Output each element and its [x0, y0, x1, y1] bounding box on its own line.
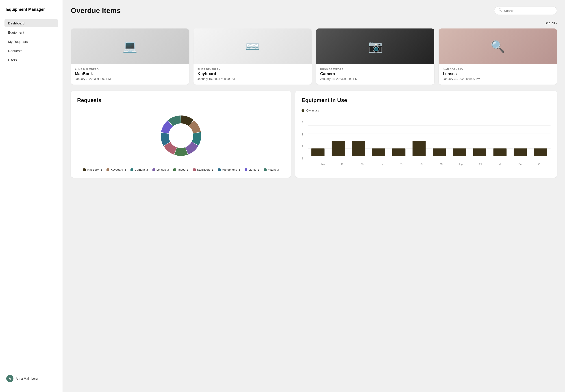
search-bar[interactable]	[494, 6, 557, 15]
card-item-name: Lenses	[443, 71, 553, 76]
y-label: 2	[302, 145, 303, 148]
legend-label: Keyboard	[110, 168, 123, 171]
card-item-name: Keyboard	[197, 71, 308, 76]
bottom-row: Requests MacBook 3 Keyboard 3 Camera 3 L…	[71, 91, 557, 178]
legend-item: Camera 3	[130, 168, 148, 171]
card-image: 💻	[71, 28, 189, 64]
card-image: 📷	[316, 28, 434, 64]
equipment-panel-title: Equipment In Use	[302, 97, 551, 103]
search-input[interactable]	[504, 9, 553, 13]
x-label: Filt...	[472, 163, 492, 166]
legend-label: Lights	[249, 168, 257, 171]
legend-color	[130, 168, 133, 171]
bar	[494, 148, 507, 156]
card-user: ALMA MALMBERG	[75, 68, 185, 71]
donut-segment	[174, 147, 188, 156]
legend-count: 3	[124, 168, 126, 171]
requests-panel: Requests MacBook 3 Keyboard 3 Camera 3 L…	[71, 91, 291, 178]
legend-item: Filters 3	[264, 168, 279, 171]
legend-label: Stabilizers	[197, 168, 210, 171]
card-user: HUGO SAAVEDRA	[320, 68, 430, 71]
card-body: ELISE BEVERLEY Keyboard January 15, 2023…	[193, 64, 312, 84]
see-all-button[interactable]: See all ›	[545, 21, 557, 25]
sidebar-item-users[interactable]: Users	[4, 56, 58, 64]
bar-chart-wrapper: 54321 Ma...Ke...Ca...Le...Tri...St...Mi.…	[302, 116, 551, 166]
bar-chart-inner: Ma...Ke...Ca...Le...Tri...St...Mi...Lig.…	[302, 116, 551, 166]
avatar: A	[6, 375, 14, 382]
legend-item: Keyboard 3	[107, 168, 126, 171]
bar	[433, 148, 446, 156]
y-label: 4	[302, 121, 303, 124]
legend-count: 3	[167, 168, 169, 171]
y-label: 5	[302, 109, 303, 112]
card-image: 🔍	[439, 28, 557, 64]
bar	[352, 141, 365, 156]
main-content: Overdue Items See all › 💻 ALMA MALMBERG …	[63, 0, 565, 392]
bar	[534, 148, 547, 156]
bar	[372, 148, 386, 156]
legend-label: Microphone	[222, 168, 237, 171]
legend-color	[152, 168, 155, 171]
card-item-name: MacBook	[75, 71, 185, 76]
bar	[413, 141, 426, 156]
legend-item: Lenses 3	[152, 168, 169, 171]
card-body: IVAN CORNEJO Lenses January 30, 2023 at …	[439, 64, 557, 84]
legend-label: Tripod	[177, 168, 185, 171]
legend-count: 3	[100, 168, 102, 171]
legend-count: 3	[187, 168, 188, 171]
x-label: Ma...	[314, 163, 334, 166]
page-title: Overdue Items	[71, 6, 121, 15]
legend-color	[218, 168, 220, 171]
legend-item: Tripod 3	[173, 168, 189, 171]
overdue-card[interactable]: 💻 ALMA MALMBERG MacBook January 7, 2023 …	[71, 28, 189, 84]
legend-color	[107, 168, 109, 171]
y-label: 3	[302, 133, 303, 136]
sidebar-item-requests[interactable]: Requests	[4, 47, 58, 55]
card-user: IVAN CORNEJO	[443, 68, 553, 71]
card-image: ⌨️	[193, 28, 312, 64]
overdue-card[interactable]: 🔍 IVAN CORNEJO Lenses January 30, 2023 a…	[439, 28, 557, 84]
legend-color	[173, 168, 176, 171]
legend-count: 3	[239, 168, 240, 171]
legend-item: Microphone 3	[218, 168, 240, 171]
bar	[453, 148, 466, 156]
x-label: Ca...	[531, 163, 551, 166]
legend-color	[193, 168, 196, 171]
sidebar-item-equipment[interactable]: Equipment	[4, 28, 58, 37]
x-label: St...	[413, 163, 432, 166]
overdue-card[interactable]: 📷 HUGO SAAVEDRA Camera January 18, 2023 …	[316, 28, 434, 84]
x-label: Me...	[492, 163, 511, 166]
bar-chart-legend: Qty in use	[302, 109, 551, 112]
overdue-cards: 💻 ALMA MALMBERG MacBook January 7, 2023 …	[71, 28, 557, 84]
search-icon	[498, 8, 502, 13]
legend-count: 3	[146, 168, 148, 171]
card-date: January 15, 2023 at 8:00 PM	[197, 77, 308, 81]
bar	[473, 148, 486, 156]
sidebar-item-dashboard[interactable]: Dashboard	[4, 19, 58, 27]
section-header: See all ›	[71, 21, 557, 25]
overdue-card[interactable]: ⌨️ ELISE BEVERLEY Keyboard January 15, 2…	[193, 28, 312, 84]
svg-line-1	[501, 11, 502, 12]
legend-color	[83, 168, 86, 171]
card-item-name: Camera	[320, 71, 430, 76]
card-date: January 18, 2023 at 8:00 PM	[320, 77, 430, 81]
card-body: HUGO SAAVEDRA Camera January 18, 2023 at…	[316, 64, 434, 84]
x-label: Tri...	[393, 163, 413, 166]
page-header: Overdue Items	[71, 6, 557, 15]
donut-chart	[154, 109, 208, 163]
equipment-panel: Equipment In Use Qty in use 54321 Ma...K…	[295, 91, 557, 178]
legend-color	[245, 168, 247, 171]
bar-chart-svg	[308, 116, 551, 161]
app-title: Equipment Manager	[4, 7, 58, 12]
legend-label: Camera	[135, 168, 145, 171]
x-label: Le...	[373, 163, 393, 166]
bar-legend-label: Qty in use	[306, 109, 319, 112]
y-label: 1	[302, 157, 303, 160]
x-label: Ke...	[334, 163, 354, 166]
sidebar-nav: Dashboard Equipment My Requests Requests…	[4, 19, 58, 372]
sidebar: Equipment Manager Dashboard Equipment My…	[0, 0, 63, 392]
card-date: January 7, 2023 at 8:00 PM	[75, 77, 185, 81]
bar	[514, 148, 527, 156]
sidebar-item-my-requests[interactable]: My Requests	[4, 37, 58, 46]
bar-chart-area: Qty in use 54321 Ma...Ke...Ca...Le...Tri…	[302, 109, 551, 166]
